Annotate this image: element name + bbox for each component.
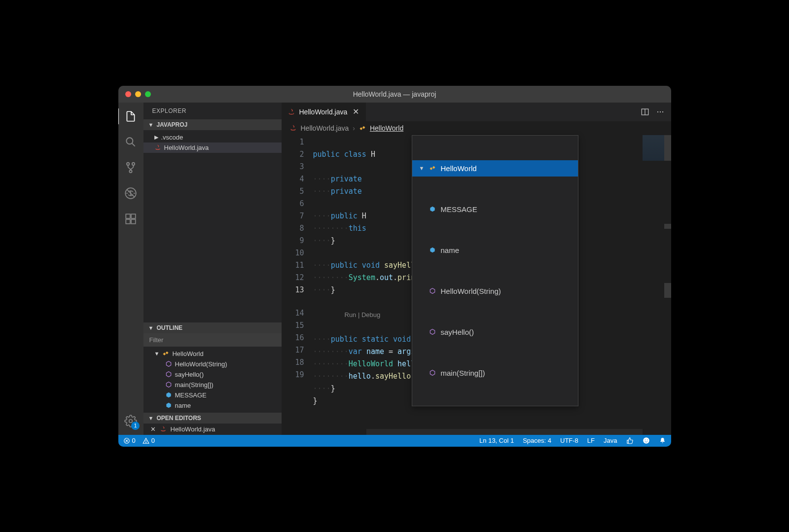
status-warnings[interactable]: 0	[143, 437, 155, 444]
chevron-down-icon: ▼	[148, 415, 154, 421]
explorer-sidebar: EXPLORER ▼ JAVAPROJ ▶ .vscode HelloWorld…	[143, 103, 282, 435]
file-name: HelloWorld.java	[164, 144, 209, 151]
svg-point-11	[129, 419, 133, 423]
project-name: JAVAPROJ	[156, 121, 187, 128]
editor-tab[interactable]: HelloWorld.java ✕	[282, 103, 367, 121]
open-editor-file: HelloWorld.java	[171, 426, 215, 433]
dropdown-item[interactable]: sayHello()	[412, 324, 578, 340]
horizontal-scrollbar[interactable]	[366, 429, 643, 435]
outline-class-name: HelloWorld	[172, 350, 203, 357]
vscode-window: HelloWorld.java — javaproj 1	[118, 86, 671, 447]
code-editor[interactable]: 12345678910111213141516171819 public cla…	[282, 135, 671, 435]
dropdown-label: sayHello()	[441, 326, 474, 338]
chevron-down-icon: ▼	[419, 162, 425, 175]
project-section-header[interactable]: ▼ JAVAPROJ	[143, 119, 282, 130]
split-editor-icon[interactable]	[641, 107, 649, 116]
extensions-activity-icon[interactable]	[124, 212, 138, 226]
status-errors[interactable]: 0	[123, 437, 136, 444]
svg-rect-19	[432, 166, 435, 169]
debug-activity-icon[interactable]	[124, 186, 138, 200]
dropdown-label: HelloWorld(String)	[441, 285, 501, 297]
class-icon	[429, 165, 436, 172]
more-actions-icon[interactable]: ···	[656, 106, 664, 117]
explorer-activity-icon[interactable]	[124, 109, 138, 123]
class-icon	[359, 125, 366, 132]
breadcrumb[interactable]: HelloWorld.java › HelloWorld	[282, 121, 671, 135]
dropdown-item[interactable]: name	[412, 242, 578, 258]
java-file-icon	[154, 144, 161, 151]
method-icon	[165, 381, 172, 388]
outline-item-label: name	[175, 402, 191, 409]
folder-name: .vscode	[161, 134, 183, 141]
svg-point-24	[145, 442, 146, 443]
field-icon	[429, 206, 436, 213]
dropdown-item[interactable]: HelloWorld(String)	[412, 283, 578, 299]
svg-rect-12	[163, 353, 166, 355]
java-file-icon	[287, 108, 295, 116]
field-icon	[429, 247, 436, 253]
outline-item-label: main(String[])	[175, 381, 214, 389]
breadcrumb-separator-icon: ›	[353, 124, 355, 132]
dropdown-label: HelloWorld	[441, 162, 477, 175]
dropdown-item[interactable]: MESSAGE	[412, 201, 578, 217]
outline-item[interactable]: HelloWorld(String)	[143, 359, 282, 369]
svg-rect-13	[166, 352, 169, 355]
settings-activity-icon[interactable]: 1	[124, 414, 138, 428]
method-icon	[429, 328, 436, 335]
outline-item[interactable]: sayHello()	[143, 369, 282, 380]
overview-ruler[interactable]	[664, 135, 671, 435]
chevron-right-icon: ▶	[154, 134, 158, 141]
file-row[interactable]: HelloWorld.java	[143, 142, 282, 153]
dropdown-label: name	[441, 244, 460, 256]
method-icon	[165, 371, 172, 378]
sidebar-title: EXPLORER	[143, 103, 282, 119]
outline-item[interactable]: MESSAGE	[143, 390, 282, 400]
tab-label: HelloWorld.java	[299, 108, 348, 116]
outline-item[interactable]: main(String[])	[143, 380, 282, 390]
line-gutter: 12345678910111213141516171819	[282, 135, 313, 435]
chevron-down-icon: ▼	[148, 122, 154, 128]
method-icon	[165, 360, 172, 367]
field-icon	[165, 391, 172, 398]
editor-area: HelloWorld.java ✕ ··· HelloWorld.java ›	[282, 103, 671, 435]
folder-row[interactable]: ▶ .vscode	[143, 132, 282, 142]
breadcrumb-dropdown: ▼ HelloWorld MESSAGE name	[412, 135, 578, 406]
outline-class-row[interactable]: ▼ HelloWorld	[143, 349, 282, 359]
breadcrumb-file[interactable]: HelloWorld.java	[301, 124, 349, 132]
svg-rect-18	[430, 167, 432, 170]
svg-line-1	[132, 143, 135, 146]
outline-item-label: HelloWorld(String)	[175, 360, 227, 368]
java-file-icon	[289, 124, 297, 132]
outline-item[interactable]: name	[143, 400, 282, 411]
window-controls	[118, 91, 151, 97]
maximize-window-button[interactable]	[145, 91, 151, 97]
search-activity-icon[interactable]	[124, 135, 138, 149]
dropdown-item[interactable]: ▼ HelloWorld	[412, 160, 578, 177]
svg-rect-7	[126, 214, 130, 218]
svg-point-4	[129, 170, 132, 172]
open-editor-row[interactable]: ✕ HelloWorld.java	[143, 424, 282, 435]
svg-point-3	[132, 162, 135, 165]
open-editors-section-header[interactable]: ▼ OPEN EDITORS	[143, 413, 282, 424]
source-control-activity-icon[interactable]	[124, 161, 138, 175]
breadcrumb-symbol[interactable]: HelloWorld	[370, 124, 403, 132]
settings-badge: 1	[131, 422, 140, 430]
svg-rect-17	[362, 126, 365, 129]
outline-section-header[interactable]: ▼ OUTLINE	[143, 322, 282, 333]
chevron-down-icon: ▼	[154, 351, 160, 356]
outline-filter-input[interactable]: Filter	[143, 333, 282, 347]
close-tab-icon[interactable]: ✕	[351, 107, 360, 116]
activity-bar: 1	[118, 103, 143, 435]
minimize-window-button[interactable]	[135, 91, 141, 97]
class-icon	[162, 350, 169, 357]
dropdown-item[interactable]: main(String[])	[412, 365, 578, 381]
svg-rect-9	[131, 219, 136, 224]
code-lines[interactable]: public class H { ····private llo, %s!"; …	[313, 135, 671, 435]
outline-title: OUTLINE	[156, 324, 182, 331]
close-window-button[interactable]	[125, 91, 131, 97]
field-icon	[165, 402, 172, 409]
close-icon[interactable]: ✕	[150, 426, 156, 433]
window-title: HelloWorld.java — javaproj	[118, 90, 671, 98]
open-editors-title: OPEN EDITORS	[156, 415, 201, 422]
java-file-icon	[160, 426, 167, 432]
